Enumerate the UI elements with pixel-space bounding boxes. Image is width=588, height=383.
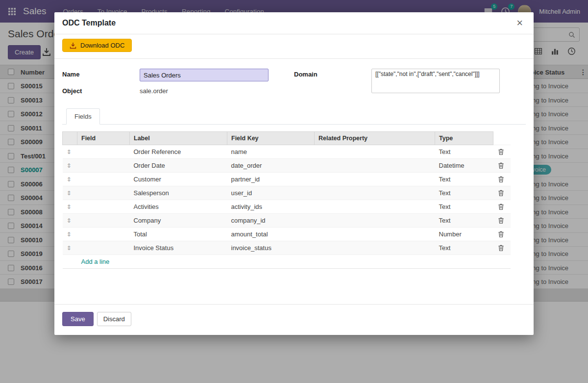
field-row[interactable]: ⇕ Customer partner_id Text: [63, 173, 511, 186]
field-row[interactable]: ⇕ Total amount_total Number: [63, 228, 511, 241]
field-cell[interactable]: [77, 241, 130, 255]
type-cell[interactable]: Text: [435, 200, 493, 214]
field-row[interactable]: ⇕ Salesperson user_id Text: [63, 186, 511, 200]
modal-footer: Save Discard: [54, 304, 534, 335]
type-cell[interactable]: Text: [435, 145, 493, 159]
fields-table-header-row: Field Label Field Key Related Property T…: [63, 132, 511, 145]
discard-button[interactable]: Discard: [97, 312, 131, 326]
field-key-cell[interactable]: name: [227, 145, 315, 159]
type-cell[interactable]: Number: [435, 228, 493, 241]
field-key-cell[interactable]: amount_total: [227, 228, 315, 241]
label-cell[interactable]: Company: [130, 214, 227, 228]
label-cell[interactable]: Order Reference: [130, 145, 227, 159]
related-property-cell[interactable]: [315, 173, 435, 186]
delete-row-icon[interactable]: [497, 176, 505, 183]
field-cell[interactable]: [77, 173, 130, 186]
field-row[interactable]: ⇕ Activities activity_ids Text: [63, 200, 511, 214]
field-row[interactable]: ⇕ Invoice Status invoice_status Text: [63, 241, 511, 255]
name-input[interactable]: [140, 69, 269, 81]
download-icon: [70, 42, 76, 49]
modal-header: ODC Template ×: [54, 12, 534, 34]
delete-row-icon[interactable]: [497, 189, 505, 197]
delete-row-icon[interactable]: [497, 162, 505, 169]
delete-row-icon[interactable]: [497, 148, 505, 155]
object-value[interactable]: sale.order: [140, 85, 168, 95]
template-form: Name Object sale.order Domain [["state",…: [54, 59, 534, 95]
label-cell[interactable]: Salesperson: [130, 186, 227, 200]
delete-row-icon[interactable]: [497, 203, 505, 210]
modal-title: ODC Template: [62, 19, 116, 27]
field-cell[interactable]: [77, 145, 130, 159]
drag-handle-icon[interactable]: ⇕: [67, 204, 72, 210]
related-property-cell[interactable]: [315, 241, 435, 255]
drag-handle-icon[interactable]: ⇕: [67, 176, 72, 183]
type-cell[interactable]: Text: [435, 214, 493, 228]
drag-handle-icon[interactable]: ⇕: [67, 217, 72, 224]
type-cell[interactable]: Datetime: [435, 159, 493, 173]
screen: Sales Orders To Invoice Products Reporti…: [0, 0, 588, 383]
field-key-cell[interactable]: partner_id: [227, 173, 315, 186]
field-key-cell[interactable]: date_order: [227, 159, 315, 173]
delete-column-header: [493, 132, 511, 145]
delete-row-icon[interactable]: [497, 244, 505, 252]
field-key-cell[interactable]: company_id: [227, 214, 315, 228]
related-property-cell[interactable]: [315, 159, 435, 173]
field-cell[interactable]: [77, 228, 130, 241]
notebook-tabs: Fields: [62, 108, 526, 125]
delete-row-icon[interactable]: [497, 217, 505, 224]
object-label: Object: [62, 85, 140, 95]
field-key-cell[interactable]: activity_ids: [227, 200, 315, 214]
drag-handle-icon[interactable]: ⇕: [67, 190, 72, 197]
label-cell[interactable]: Order Date: [130, 159, 227, 173]
download-odc-button[interactable]: Download ODC: [62, 39, 132, 52]
label-column-header[interactable]: Label: [130, 132, 227, 145]
related-property-cell[interactable]: [315, 228, 435, 241]
drag-handle-icon[interactable]: ⇕: [67, 231, 72, 238]
label-cell[interactable]: Activities: [130, 200, 227, 214]
field-row[interactable]: ⇕ Company company_id Text: [63, 214, 511, 228]
label-cell[interactable]: Total: [130, 228, 227, 241]
modal-body: Name Object sale.order Domain [["state",…: [54, 59, 534, 304]
field-cell[interactable]: [77, 214, 130, 228]
save-button[interactable]: Save: [62, 312, 94, 326]
field-cell[interactable]: [77, 186, 130, 200]
type-column-header[interactable]: Type: [435, 132, 493, 145]
handle-column-header: [63, 132, 77, 145]
fields-table: Field Label Field Key Related Property T…: [62, 131, 511, 269]
download-odc-label: Download ODC: [80, 42, 124, 49]
related-property-cell[interactable]: [315, 145, 435, 159]
type-cell[interactable]: Text: [435, 241, 493, 255]
field-cell[interactable]: [77, 159, 130, 173]
odc-template-dialog: ODC Template × Download ODC Name Object …: [54, 12, 534, 335]
drag-handle-icon[interactable]: ⇕: [67, 245, 72, 252]
add-a-line-link[interactable]: Add a line: [81, 258, 110, 265]
close-icon[interactable]: ×: [514, 18, 526, 28]
domain-label: Domain: [294, 69, 371, 78]
field-row[interactable]: ⇕ Order Date date_order Datetime: [63, 159, 511, 173]
label-cell[interactable]: Invoice Status: [130, 241, 227, 255]
label-cell[interactable]: Customer: [130, 173, 227, 186]
domain-input[interactable]: [["state","not in",["draft","sent","canc…: [371, 69, 500, 93]
delete-row-icon[interactable]: [497, 230, 505, 238]
type-cell[interactable]: Text: [435, 173, 493, 186]
field-column-header[interactable]: Field: [77, 132, 130, 145]
field-key-cell[interactable]: invoice_status: [227, 241, 315, 255]
field-key-column-header[interactable]: Field Key: [227, 132, 315, 145]
field-cell[interactable]: [77, 200, 130, 214]
type-cell[interactable]: Text: [435, 186, 493, 200]
related-property-cell[interactable]: [315, 186, 435, 200]
add-line-row: Add a line: [63, 255, 511, 269]
field-row[interactable]: ⇕ Order Reference name Text: [63, 145, 511, 159]
name-label: Name: [62, 69, 140, 78]
drag-handle-icon[interactable]: ⇕: [67, 162, 72, 169]
field-key-cell[interactable]: user_id: [227, 186, 315, 200]
related-property-column-header[interactable]: Related Property: [315, 132, 435, 145]
related-property-cell[interactable]: [315, 200, 435, 214]
related-property-cell[interactable]: [315, 214, 435, 228]
tab-fields[interactable]: Fields: [66, 108, 100, 125]
modal-toolbar: Download ODC: [54, 34, 534, 59]
drag-handle-icon[interactable]: ⇕: [67, 149, 72, 155]
